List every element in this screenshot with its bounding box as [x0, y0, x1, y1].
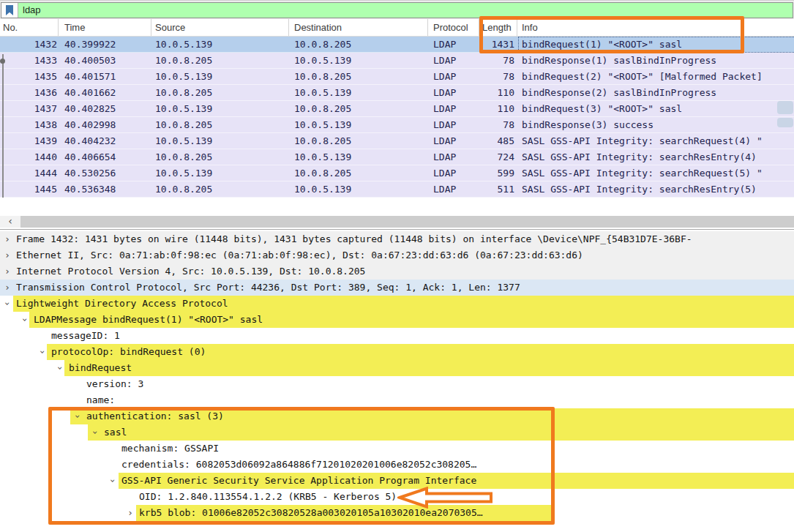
column-header-no[interactable]: No.: [0, 19, 59, 36]
detail-row-mechanism[interactable]: mechanism: GSSAPI: [0, 441, 794, 457]
cell-info: SASL GSS-API Integrity: searchRequest(5)…: [517, 165, 794, 181]
chevron-right-icon[interactable]: ›: [126, 505, 135, 521]
cell-length: 110: [479, 101, 517, 117]
display-filter-input[interactable]: ldap: [18, 3, 793, 18]
column-header-protocol[interactable]: Protocol: [428, 19, 479, 36]
cell-time: 40.530256: [59, 165, 151, 181]
chevron-right-icon[interactable]: ›: [3, 247, 12, 263]
cell-destination: 10.0.5.139: [289, 149, 428, 165]
cell-no: 1433: [0, 53, 59, 69]
packet-row-1432[interactable]: 1432 40.399922 10.0.5.139 10.0.8.205 LDA…: [0, 37, 794, 53]
chevron-down-icon[interactable]: ›: [34, 348, 50, 356]
filter-bookmark-button[interactable]: [1, 3, 18, 18]
cell-length: 511: [479, 181, 517, 198]
horizontal-scrollbar[interactable]: ‹: [0, 216, 794, 228]
detail-row-version[interactable]: version: 3: [0, 376, 794, 392]
chevron-right-icon[interactable]: ›: [3, 263, 12, 280]
column-header-source[interactable]: Source: [151, 19, 289, 36]
cell-time: 40.404232: [59, 133, 151, 149]
packet-row-1435[interactable]: 1435 40.401571 10.0.5.139 10.0.8.205 LDA…: [0, 69, 794, 85]
packet-row-1445[interactable]: 1445 40.536348 10.0.8.205 10.0.5.139 LDA…: [0, 181, 794, 198]
cell-source: 10.0.5.139: [151, 101, 289, 117]
chevron-right-icon[interactable]: ›: [3, 231, 12, 247]
column-header-info[interactable]: Info: [517, 19, 794, 36]
chevron-down-icon[interactable]: ›: [105, 476, 121, 485]
cell-time: 40.400503: [59, 53, 151, 69]
packet-list-scrollbar-thumb[interactable]: [777, 118, 793, 127]
cell-source: 10.0.8.205: [151, 149, 289, 165]
packet-row-1437[interactable]: 1437 40.402825 10.0.5.139 10.0.8.205 LDA…: [0, 101, 794, 117]
cell-destination: 10.0.5.139: [289, 53, 428, 69]
cell-protocol: LDAP: [428, 101, 479, 117]
cell-no: 1438: [0, 117, 59, 133]
detail-row-sasl[interactable]: › sasl: [0, 424, 794, 441]
cell-protocol: LDAP: [428, 117, 479, 133]
detail-row-ldapmessage[interactable]: › LDAPMessage bindRequest(1) "<ROOT>" sa…: [0, 312, 794, 328]
detail-row-protocolop[interactable]: › protocolOp: bindRequest (0): [0, 344, 794, 360]
cell-time: 40.406654: [59, 149, 151, 165]
detail-row-name[interactable]: name:: [0, 392, 794, 408]
cell-source: 10.0.8.205: [151, 181, 289, 198]
cell-length: 110: [479, 85, 517, 101]
packet-row-1444[interactable]: 1444 40.530256 10.0.5.139 10.0.8.205 LDA…: [0, 165, 794, 181]
detail-row-frame[interactable]: › Frame 1432: 1431 bytes on wire (11448 …: [0, 231, 794, 247]
detail-row-messageid[interactable]: messageID: 1: [0, 328, 794, 344]
cell-source: 10.0.8.205: [151, 85, 289, 101]
column-header-length[interactable]: Length: [479, 19, 517, 36]
pane-divider[interactable]: [0, 229, 794, 230]
packet-row-1438[interactable]: 1438 40.402998 10.0.8.205 10.0.5.139 LDA…: [0, 117, 794, 133]
packet-list: 1432 40.399922 10.0.5.139 10.0.8.205 LDA…: [0, 37, 794, 198]
packet-detail-tree: › Frame 1432: 1431 bytes on wire (11448 …: [0, 231, 794, 521]
detail-row-oid[interactable]: OID: 1.2.840.113554.1.2.2 (KRB5 - Kerber…: [0, 489, 794, 505]
detail-row-ip[interactable]: › Internet Protocol Version 4, Src: 10.0…: [0, 263, 794, 280]
cell-time: 40.402998: [59, 117, 151, 133]
detail-row-ldap[interactable]: › Lightweight Directory Access Protocol: [0, 296, 794, 312]
column-header-time[interactable]: Time: [59, 19, 151, 36]
scrollbar-thumb[interactable]: [20, 216, 794, 228]
detail-row-bindrequest[interactable]: › bindRequest: [0, 360, 794, 376]
cell-info: SASL GSS-API Integrity: searchResEntry(4…: [517, 149, 794, 165]
packet-row-1440[interactable]: 1440 40.406654 10.0.8.205 10.0.5.139 LDA…: [0, 149, 794, 165]
cell-length: 485: [479, 133, 517, 149]
chevron-down-icon[interactable]: ›: [52, 364, 68, 372]
packet-row-1439[interactable]: 1439 40.404232 10.0.5.139 10.0.8.205 LDA…: [0, 133, 794, 149]
chevron-down-icon[interactable]: ›: [0, 299, 15, 308]
detail-text: GSS-API Generic Security Service Applica…: [121, 473, 476, 489]
cell-length: 78: [479, 53, 517, 69]
detail-row-gssapi[interactable]: › GSS-API Generic Security Service Appli…: [0, 473, 794, 489]
column-header-destination[interactable]: Destination: [289, 19, 428, 36]
conversation-indicator-line: [2, 54, 4, 198]
cell-no: 1445: [0, 181, 59, 198]
detail-text: protocolOp: bindRequest (0): [51, 344, 206, 360]
cell-length: 78: [479, 117, 517, 133]
detail-row-ethernet[interactable]: › Ethernet II, Src: 0a:71:ab:0f:98:ec (0…: [0, 247, 794, 263]
cell-length: 1431: [479, 37, 517, 53]
packet-list-scrollbar-thumb[interactable]: [777, 101, 793, 114]
detail-text: krb5 blob: 01006e82052c30820528a00302010…: [139, 505, 483, 521]
cell-time: 40.536348: [59, 181, 151, 198]
cell-protocol: LDAP: [428, 37, 479, 53]
bookmark-icon: [5, 5, 14, 16]
packet-row-1436[interactable]: 1436 40.401662 10.0.8.205 10.0.5.139 LDA…: [0, 85, 794, 101]
detail-text: Transmission Control Protocol, Src Port:…: [16, 280, 520, 296]
chevron-right-icon[interactable]: ›: [3, 280, 12, 296]
display-filter-bar[interactable]: ldap: [1, 2, 793, 18]
cell-source: 10.0.5.139: [151, 133, 289, 149]
detail-text: name:: [86, 392, 115, 408]
packet-row-1433[interactable]: 1433 40.400503 10.0.8.205 10.0.5.139 LDA…: [0, 53, 794, 69]
cell-protocol: LDAP: [428, 149, 479, 165]
chevron-down-icon[interactable]: ›: [17, 315, 33, 324]
detail-row-tcp[interactable]: › Transmission Control Protocol, Src Por…: [0, 280, 794, 296]
detail-row-credentials[interactable]: credentials: 6082053d06092a864886f712010…: [0, 457, 794, 473]
cell-destination: 10.0.8.205: [289, 165, 428, 181]
detail-row-krb5-blob[interactable]: › krb5 blob: 01006e82052c30820528a003020…: [0, 505, 794, 521]
highlight-band: [64, 360, 794, 376]
chevron-down-icon[interactable]: ›: [70, 412, 86, 421]
detail-text: Frame 1432: 1431 bytes on wire (11448 bi…: [16, 231, 692, 247]
cell-time: 40.401662: [59, 85, 151, 101]
detail-row-authentication[interactable]: › authentication: sasl (3): [0, 408, 794, 424]
chevron-down-icon[interactable]: ›: [87, 428, 103, 437]
scroll-left-button[interactable]: ‹: [0, 216, 20, 228]
cell-no: 1435: [0, 69, 59, 85]
filter-toolbar: ldap: [0, 0, 794, 19]
